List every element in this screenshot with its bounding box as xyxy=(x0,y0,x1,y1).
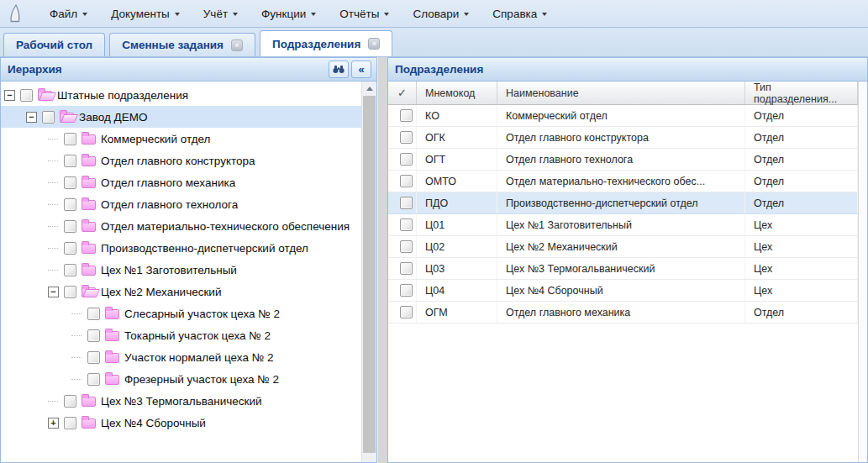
table-row[interactable]: Ц03 Цех №3 Термогальванический Цех xyxy=(388,258,858,280)
scroll-up-button[interactable] xyxy=(362,82,376,96)
checkbox[interactable] xyxy=(64,198,76,211)
checkbox[interactable] xyxy=(400,306,413,318)
collapse-panel-button[interactable]: « xyxy=(351,61,371,78)
checkbox[interactable] xyxy=(87,329,100,342)
checkbox[interactable] xyxy=(87,351,100,364)
tree-item[interactable]: Фрезерный участок цеха № 2 xyxy=(1,368,361,390)
menu-help[interactable]: Справка xyxy=(481,3,558,24)
tree-item[interactable]: Отдел главного конструктора xyxy=(1,150,361,171)
cell-type: Отдел xyxy=(745,149,858,170)
scrollbar-thumb[interactable] xyxy=(363,96,376,453)
tree-item[interactable]: Коммерческий отдел xyxy=(1,128,361,150)
checkbox[interactable] xyxy=(64,417,76,429)
cell-name: Коммерческий отдел xyxy=(497,105,745,126)
checkbox[interactable] xyxy=(64,286,76,298)
folder-icon xyxy=(82,134,96,145)
table-row-selected[interactable]: ПДО Производственно-диспетчерский отдел … xyxy=(388,192,858,214)
menu-reports[interactable]: Отчёты xyxy=(329,3,400,24)
expand-toggle-icon[interactable]: + xyxy=(48,418,59,429)
cell-code: ОМТО xyxy=(417,171,497,192)
folder-icon xyxy=(82,178,96,188)
collapse-toggle-icon[interactable]: − xyxy=(48,287,59,297)
menu-file[interactable]: Файл xyxy=(39,3,98,24)
checkbox[interactable] xyxy=(400,240,413,253)
column-header-check[interactable]: ✓ xyxy=(388,82,417,104)
cell-name: Отдел главного конструктора xyxy=(497,127,745,148)
tree-item[interactable]: Отдел главного механика xyxy=(1,171,361,193)
tree-item[interactable]: Цех №3 Термогальванический xyxy=(1,390,361,412)
tree-item-label: Завод ДЕМО xyxy=(79,111,147,124)
dropdown-caret-icon xyxy=(82,13,87,16)
tree-item[interactable]: Токарный участок цеха № 2 xyxy=(1,324,361,346)
checkbox[interactable] xyxy=(400,197,413,209)
tree-item[interactable]: Отдел материально-технического обеспечен… xyxy=(1,215,361,237)
collapse-toggle-icon[interactable]: − xyxy=(26,112,37,123)
checkbox[interactable] xyxy=(64,155,76,167)
up-arrow-icon xyxy=(366,87,373,91)
checkbox[interactable] xyxy=(400,175,413,187)
close-icon[interactable]: × xyxy=(231,39,243,51)
tab-departments[interactable]: Подразделения × xyxy=(260,30,392,56)
folder-icon xyxy=(82,244,96,254)
vertical-scrollbar[interactable] xyxy=(361,82,376,462)
table-row[interactable]: Ц01 Цех №1 Заготовительный Цех xyxy=(388,214,858,236)
tree-item[interactable]: Производственно-диспетчерский отдел xyxy=(1,237,361,259)
menu-documents[interactable]: Документы xyxy=(100,3,191,24)
tree-item-label: Штатные подразделения xyxy=(57,89,188,102)
checkbox[interactable] xyxy=(400,131,413,144)
checkbox[interactable] xyxy=(64,133,76,145)
table-row[interactable]: ОГМ Отдел главного механика Отдел xyxy=(388,302,858,324)
tree-connector xyxy=(48,396,59,407)
tree-connector xyxy=(48,265,59,276)
column-header-name[interactable]: Наименование xyxy=(497,82,745,104)
tree-item[interactable]: − Штатные подразделения xyxy=(1,84,361,106)
menu-dictionaries[interactable]: Словари xyxy=(402,3,480,24)
column-header-type[interactable]: Тип подразделения... xyxy=(745,82,858,104)
tree-item-label: Токарный участок цеха № 2 xyxy=(124,329,271,342)
cell-code: ОГК xyxy=(417,127,497,148)
checkbox[interactable] xyxy=(400,262,413,275)
panel-splitter[interactable] xyxy=(377,57,387,463)
column-header-code[interactable]: Мнемокод xyxy=(417,82,497,104)
menu-accounting[interactable]: Учёт xyxy=(192,3,249,24)
tree-item[interactable]: − Цех №2 Механический xyxy=(1,281,361,303)
tree-item-label: Участок нормалей цеха № 2 xyxy=(124,351,273,364)
tree-item[interactable]: Участок нормалей цеха № 2 xyxy=(1,346,361,368)
checkbox[interactable] xyxy=(64,242,76,255)
table-row[interactable]: ОГК Отдел главного конструктора Отдел xyxy=(388,127,858,149)
departments-table: ✓ Мнемокод Наименование Тип подразделени… xyxy=(388,82,858,462)
checkbox[interactable] xyxy=(64,264,76,276)
cell-type: Цех xyxy=(745,214,858,235)
checkbox[interactable] xyxy=(42,111,55,124)
tree-item-label: Цех №2 Механический xyxy=(101,286,221,298)
menu-functions[interactable]: Функции xyxy=(250,3,327,24)
tree-item-label: Отдел главного конструктора xyxy=(101,155,255,167)
checkbox[interactable] xyxy=(64,395,76,408)
table-row[interactable]: ОГТ Отдел главного технолога Отдел xyxy=(388,149,858,171)
checkbox[interactable] xyxy=(400,218,413,231)
close-icon[interactable]: × xyxy=(368,38,380,50)
tree-item[interactable]: Отдел главного технолога xyxy=(1,193,361,215)
checkbox[interactable] xyxy=(87,308,100,320)
tree-item[interactable]: Цех №1 Заготовительный xyxy=(1,259,361,281)
table-row[interactable]: КО Коммерческий отдел Отдел xyxy=(388,105,858,127)
collapse-toggle-icon[interactable]: − xyxy=(4,90,15,101)
checkbox[interactable] xyxy=(400,153,413,166)
tree-item[interactable]: + Цех №4 Сборочный xyxy=(1,412,361,434)
table-row[interactable]: ОМТО Отдел материально-технического обес… xyxy=(388,171,858,192)
checkbox[interactable] xyxy=(64,176,76,189)
checkbox[interactable] xyxy=(400,109,413,122)
checkbox[interactable] xyxy=(400,284,413,297)
checkbox[interactable] xyxy=(87,373,100,386)
table-row[interactable]: Ц04 Цех №4 Сборочный Цех xyxy=(388,280,858,302)
tab-desktop[interactable]: Рабочий стол xyxy=(3,33,105,56)
tree-item[interactable]: Слесарный участок цеха № 2 xyxy=(1,303,361,324)
search-button[interactable] xyxy=(329,61,349,78)
tab-shift-tasks[interactable]: Сменные задания × xyxy=(109,33,255,56)
checkbox[interactable] xyxy=(20,89,33,102)
departments-panel-title: Подразделения xyxy=(395,63,862,76)
table-row[interactable]: Ц02 Цех №2 Механический Цех xyxy=(388,236,858,258)
tab-departments-label: Подразделения xyxy=(272,38,360,50)
checkbox[interactable] xyxy=(64,220,76,233)
tree-item[interactable]: − Завод ДЕМО xyxy=(1,106,361,128)
